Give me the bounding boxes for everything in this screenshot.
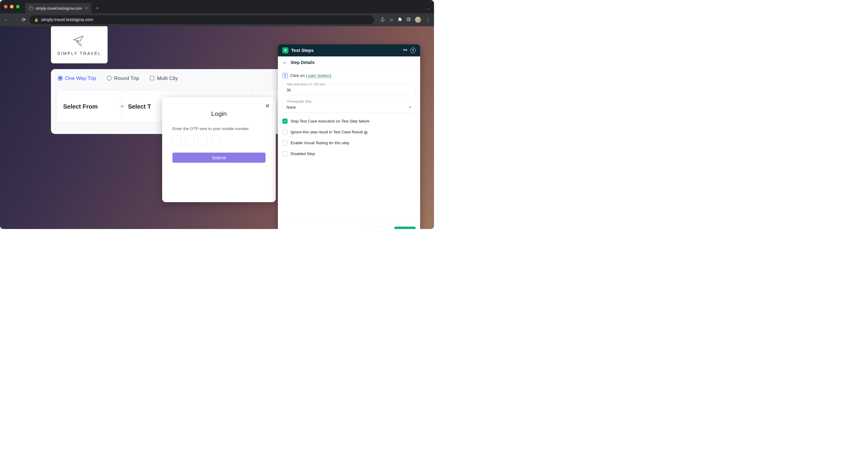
checkbox-row-visual[interactable]: Enable Visual Testing for this step <box>282 140 415 145</box>
help-icon[interactable]: ? <box>410 48 415 53</box>
browser-menu-button[interactable]: ⋮ <box>426 17 430 23</box>
checkbox-visual[interactable] <box>282 140 287 145</box>
chevron-down-icon: ▼ <box>409 105 412 109</box>
trip-type-multi[interactable]: Multi City <box>150 75 178 81</box>
svg-rect-0 <box>407 18 410 21</box>
radio-one-way[interactable] <box>58 76 63 81</box>
panel-footer: Cancel Save <box>278 223 420 229</box>
trip-label-round: Round Trip <box>114 75 139 81</box>
otp-input-4[interactable] <box>211 136 220 146</box>
cancel-button[interactable]: Cancel <box>368 227 391 229</box>
swap-button[interactable]: ⇄ <box>118 102 127 111</box>
star-icon[interactable]: ☆ <box>390 17 394 23</box>
trip-type-one-way[interactable]: One Way Trip <box>58 75 96 81</box>
checkbox-ignore[interactable] <box>282 130 287 135</box>
reload-button[interactable]: ⟳ <box>22 17 26 23</box>
otp-instruction: Enter the OTP sent to your mobile number <box>173 126 266 131</box>
sidepanel-icon[interactable] <box>407 17 410 22</box>
checkbox-row-stop[interactable]: ✓ Stop Test Case execution on Test Step … <box>282 119 415 124</box>
step-row: 3 Click on Login::button1 <box>282 73 415 78</box>
share-icon[interactable] <box>381 17 385 23</box>
globe-icon <box>29 6 33 10</box>
browser-nav-bar: ← → ⟳ 🔒 simply-travel.testsigma.com ☆ ⋮ <box>0 13 434 26</box>
checkbox-row-ignore[interactable]: Ignore this step result in Test Case Res… <box>282 130 415 135</box>
test-steps-panel: ✶ Test Steps ? ← Step Details 3 Click on… <box>278 45 420 229</box>
window-maximize-button[interactable] <box>16 5 20 8</box>
submit-button[interactable]: Submit <box>173 153 266 163</box>
browser-tab-bar: simply-travel.testsigma.com × + ⌄ <box>0 0 434 13</box>
checkbox-disabled[interactable] <box>282 151 287 156</box>
url-text: simply-travel.testsigma.com <box>41 18 93 22</box>
login-modal: ✕ Login Enter the OTP sent to your mobil… <box>162 97 276 202</box>
tabs-overflow-button[interactable]: ⌄ <box>427 6 430 10</box>
panel-header: ✶ Test Steps ? <box>278 45 420 56</box>
logo-text: SIMPLY TRAVEL <box>57 51 101 56</box>
extensions-icon[interactable] <box>398 17 402 23</box>
radio-multi[interactable] <box>150 76 154 81</box>
new-tab-button[interactable]: + <box>96 5 99 11</box>
checkbox-label-visual: Enable Visual Testing for this step <box>290 141 349 145</box>
nav-forward-button[interactable]: → <box>13 17 18 23</box>
trip-type-round[interactable]: Round Trip <box>107 75 139 81</box>
prereq-value: None <box>287 105 296 110</box>
subheader-title: Step Details <box>290 60 315 65</box>
from-field[interactable]: From Select From ⇄ <box>57 90 122 122</box>
page-content: SIMPLY TRAVEL One Way Trip Round Trip Mu… <box>0 26 434 229</box>
checkbox-row-disabled[interactable]: Disabled Step <box>282 151 415 156</box>
trip-label-multi: Multi City <box>157 75 178 81</box>
save-button[interactable]: Save <box>395 227 415 229</box>
otp-input-2[interactable] <box>185 136 194 146</box>
step-element-link[interactable]: Login::button1 <box>306 73 332 78</box>
brand-logo: SIMPLY TRAVEL <box>51 26 107 63</box>
address-bar[interactable]: 🔒 simply-travel.testsigma.com <box>30 16 374 24</box>
trip-label-one-way: One Way Trip <box>65 75 96 81</box>
otp-input-1[interactable] <box>173 136 181 146</box>
testsigma-logo-icon: ✶ <box>282 47 288 53</box>
tab-close-button[interactable]: × <box>85 6 88 10</box>
modal-title: Login <box>173 110 266 117</box>
modal-close-button[interactable]: ✕ <box>265 103 270 109</box>
checkbox-label-stop: Stop Test Case execution on Test Step fa… <box>290 119 370 124</box>
window-close-button[interactable] <box>4 5 7 8</box>
step-number-badge: 3 <box>282 73 287 78</box>
otp-input-3[interactable] <box>198 136 207 146</box>
panel-subheader: ← Step Details <box>278 56 420 68</box>
profile-avatar[interactable] <box>415 17 421 23</box>
lock-icon: 🔒 <box>34 18 38 22</box>
checkbox-stop[interactable]: ✓ <box>282 119 287 124</box>
window-minimize-button[interactable] <box>10 5 13 8</box>
from-value: Select From <box>63 103 116 110</box>
browser-tab[interactable]: simply-travel.testsigma.com × <box>25 3 91 13</box>
panel-title: Test Steps <box>291 48 398 53</box>
radio-round[interactable] <box>107 76 112 81</box>
prereq-field-group: Prerequisite Step None ▼ <box>282 102 415 113</box>
traffic-lights <box>4 5 20 8</box>
prereq-label: Prerequisite Step <box>286 99 313 103</box>
checkbox-label-ignore: Ignore this step result in Test Case Res… <box>290 130 368 135</box>
max-wait-field-group: Max wait time (<= 120 sec) <box>282 84 415 96</box>
nav-back-button[interactable]: ← <box>4 17 9 23</box>
step-description: Click on Login::button1 <box>290 73 332 78</box>
tab-title: simply-travel.testsigma.com <box>36 6 83 10</box>
collapse-icon[interactable] <box>403 48 407 53</box>
plane-icon <box>70 33 89 48</box>
checkbox-label-disabled: Disabled Step <box>290 151 315 156</box>
back-arrow-button[interactable]: ← <box>282 59 287 65</box>
max-wait-label: Max wait time (<= 120 sec) <box>286 82 327 86</box>
info-icon[interactable]: i <box>364 131 368 134</box>
